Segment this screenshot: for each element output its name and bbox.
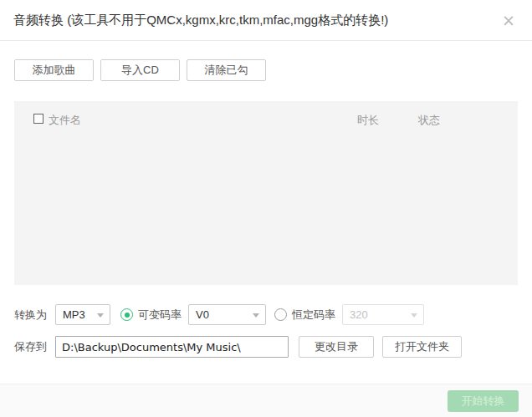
cbr-bitrate-select: 320 <box>342 304 424 325</box>
format-select[interactable]: MP3 <box>55 304 110 325</box>
import-cd-button[interactable]: 导入CD <box>100 59 180 81</box>
file-list-header: 文件名 时长 状态 <box>14 101 518 138</box>
cbr-radio[interactable] <box>274 308 287 321</box>
cbr-bitrate-value: 320 <box>350 308 368 321</box>
footer-bar: 开始转换 <box>0 384 532 417</box>
vbr-label: 可变码率 <box>138 308 182 323</box>
column-status: 状态 <box>418 113 440 128</box>
select-all-checkbox[interactable] <box>33 114 43 124</box>
start-convert-button[interactable]: 开始转换 <box>448 390 519 412</box>
cbr-label: 恒定码率 <box>292 308 335 323</box>
dialog-title: 音频转换 (该工具不用于QMCx,kgmx,krc,tkm,mfac,mgg格式… <box>13 13 388 28</box>
title-bar: 音频转换 (该工具不用于QMCx,kgmx,krc,tkm,mfac,mgg格式… <box>0 0 532 41</box>
save-to-label: 保存到 <box>14 339 47 354</box>
column-duration: 时长 <box>357 113 379 128</box>
chevron-down-icon <box>411 313 417 318</box>
vbr-quality-value: V0 <box>196 308 209 321</box>
convert-to-label: 转换为 <box>14 308 47 323</box>
audio-convert-dialog: 音频转换 (该工具不用于QMCx,kgmx,krc,tkm,mfac,mgg格式… <box>0 0 532 417</box>
clear-checked-button[interactable]: 清除已勾 <box>187 59 266 81</box>
chevron-down-icon <box>97 313 104 318</box>
vbr-quality-select[interactable]: V0 <box>188 304 266 325</box>
save-path-input[interactable] <box>55 336 289 358</box>
format-select-value: MP3 <box>63 308 85 321</box>
toolbar: 添加歌曲 导入CD 清除已勾 <box>14 59 266 81</box>
change-directory-button[interactable]: 更改目录 <box>299 336 374 358</box>
convert-options-row: 转换为 MP3 可变码率 V0 恒定码率 320 <box>14 304 424 325</box>
add-songs-button[interactable]: 添加歌曲 <box>14 59 94 81</box>
file-list: 文件名 时长 状态 <box>14 101 518 285</box>
close-icon[interactable]: × <box>499 11 519 30</box>
column-filename: 文件名 <box>49 113 81 128</box>
save-path-row: 保存到 更改目录 打开文件夹 <box>14 336 462 358</box>
chevron-down-icon <box>253 313 259 318</box>
vbr-radio[interactable] <box>120 308 133 321</box>
open-folder-button[interactable]: 打开文件夹 <box>382 336 462 358</box>
